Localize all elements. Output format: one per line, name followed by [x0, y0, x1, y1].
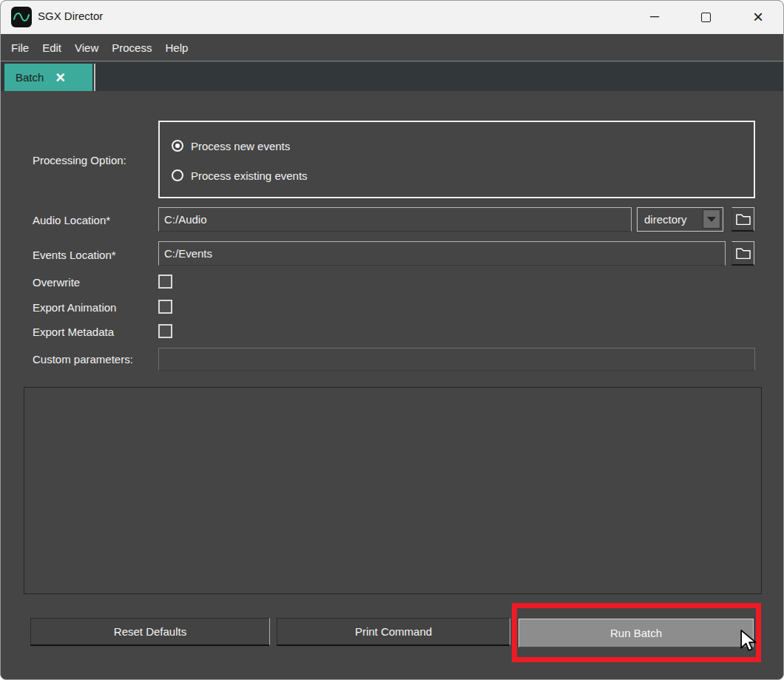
- app-logo-icon: [11, 7, 32, 27]
- maximize-icon: [701, 13, 711, 22]
- close-button[interactable]: ×: [741, 1, 775, 33]
- audio-location-input[interactable]: [158, 207, 632, 232]
- export-animation-label: Export Animation: [33, 301, 116, 314]
- menubar: File Edit View Process Help: [1, 34, 783, 61]
- events-location-input[interactable]: [158, 241, 726, 266]
- menu-help[interactable]: Help: [158, 41, 195, 54]
- tab-divider: [94, 64, 95, 91]
- reset-defaults-button[interactable]: Reset Defaults: [30, 618, 270, 646]
- minimize-button[interactable]: ─: [638, 1, 672, 33]
- folder-icon: [735, 212, 751, 226]
- overwrite-checkbox[interactable]: [158, 275, 172, 289]
- tab-batch-label: Batch: [16, 71, 44, 84]
- custom-parameters-input[interactable]: [158, 348, 755, 371]
- window-title: SGX Director: [38, 10, 103, 22]
- events-location-label: Events Location*: [33, 249, 116, 261]
- audio-type-dropdown[interactable]: directory: [637, 207, 723, 232]
- custom-parameters-label: Custom parameters:: [33, 353, 133, 366]
- audio-location-label: Audio Location*: [33, 214, 110, 226]
- radio-row-new-events[interactable]: Process new events: [172, 135, 754, 156]
- menu-view[interactable]: View: [68, 41, 105, 54]
- radio-icon-existing-events[interactable]: [172, 169, 183, 181]
- maximize-button[interactable]: [689, 1, 723, 33]
- output-log-panel: [24, 387, 762, 594]
- export-metadata-label: Export Metadata: [33, 326, 114, 338]
- folder-icon: [735, 246, 751, 260]
- radio-label-new-events: Process new events: [191, 140, 290, 152]
- events-browse-button[interactable]: [731, 241, 754, 266]
- close-icon: ×: [753, 7, 763, 27]
- print-command-button[interactable]: Print Command: [277, 618, 510, 646]
- minimize-icon: ─: [650, 10, 659, 24]
- export-animation-checkbox[interactable]: [158, 300, 172, 314]
- processing-option-label: Processing Option:: [33, 154, 126, 166]
- run-batch-button[interactable]: Run Batch: [518, 619, 754, 647]
- export-metadata-checkbox[interactable]: [158, 324, 172, 338]
- tab-batch[interactable]: Batch ×: [4, 64, 92, 91]
- tab-close-icon[interactable]: ×: [55, 70, 65, 85]
- tabbar: Batch ×: [1, 62, 783, 91]
- radio-label-existing-events: Process existing events: [191, 169, 308, 182]
- audio-type-value: directory: [644, 213, 687, 226]
- app-window: SGX Director ─ × File Edit View Process …: [0, 0, 784, 680]
- audio-browse-button[interactable]: [731, 207, 754, 232]
- dropdown-arrow-button[interactable]: [703, 209, 720, 229]
- overwrite-label: Overwrite: [33, 276, 80, 289]
- menu-edit[interactable]: Edit: [36, 41, 68, 54]
- menu-file[interactable]: File: [4, 41, 36, 54]
- chevron-down-icon: [707, 217, 716, 222]
- titlebar: SGX Director ─ ×: [1, 1, 783, 34]
- menu-process[interactable]: Process: [105, 41, 158, 54]
- radio-icon-new-events[interactable]: [172, 140, 183, 152]
- processing-option-group: Process new events Process existing even…: [158, 121, 755, 198]
- radio-row-existing-events[interactable]: Process existing events: [172, 165, 754, 186]
